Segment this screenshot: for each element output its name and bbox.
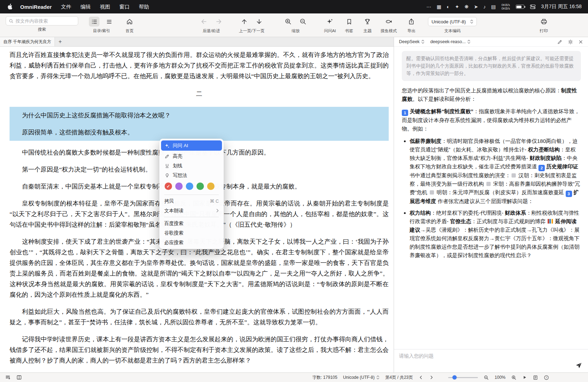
previous-page-button[interactable] <box>239 17 250 27</box>
app-window: OmniReader 文件编辑视图窗口帮助 ⋯▦◐✦❋➤♪▤ 0KB/s 0KB… <box>0 0 588 382</box>
annotation-color-dot[interactable]: ✓ <box>165 183 172 190</box>
context-search-items: 百度搜索谷歌搜索必应搜索 <box>161 219 222 247</box>
app-icon-music[interactable]: ♪ <box>483 4 486 10</box>
ask-ai-label: 问问AI <box>324 28 336 34</box>
print-button[interactable] <box>538 17 549 27</box>
menubar-menu[interactable]: 文件 <box>61 4 71 10</box>
app-icon-ai[interactable]: ❋ <box>464 4 469 10</box>
new-chat-icon[interactable] <box>557 39 563 45</box>
page-back-icon[interactable] <box>418 375 423 380</box>
app-name[interactable]: OmniReader <box>20 4 52 10</box>
add-tab-button[interactable]: + <box>55 37 65 46</box>
context-menu: 问问 AI 高亮 划线 <box>159 139 224 249</box>
search-input[interactable] <box>16 18 78 24</box>
content-search-box[interactable] <box>6 16 78 25</box>
context-speech-label: 文本朗读 <box>164 208 183 214</box>
auto-read-play-icon[interactable] <box>522 375 527 380</box>
fish-mode-label: 摸鱼模式 <box>381 28 397 34</box>
reasoning-quote: 醒。需要确认回答结构是否清晰，分点解释，然后提供扩展建议。可能还需要提到书中提到… <box>402 51 581 81</box>
chevron-up-down-icon <box>470 19 473 24</box>
battery-icon[interactable] <box>516 5 524 9</box>
status-bar: 字数: 179105 Unicode (UTF-8) 第4页 / 共23页 10… <box>0 372 588 382</box>
export-label: 导出 <box>407 28 416 34</box>
statusbar-encoding-dropdown[interactable]: Unicode (UTF-8) <box>343 375 379 380</box>
menubar-menu[interactable]: 窗口 <box>119 4 130 10</box>
next-page-button[interactable] <box>254 17 264 27</box>
toc-button[interactable] <box>89 17 99 27</box>
context-copy-item[interactable]: 拷贝 ⌘ C <box>161 196 222 206</box>
underline-icon <box>164 163 170 168</box>
forward-button[interactable] <box>213 17 224 27</box>
apple-menu-icon[interactable] <box>7 4 12 10</box>
toolbar-group-history: 后退/前进 <box>199 16 224 34</box>
page-forward-icon[interactable] <box>429 375 434 380</box>
ai-question-input[interactable] <box>399 353 555 369</box>
toolbar-group-encoding: Unicode (UTF-8) 文本编码 <box>428 16 477 34</box>
home-button[interactable] <box>124 17 135 27</box>
more-icon[interactable]: ⋯ <box>426 4 431 10</box>
menubar-status-icons: ⋯▦◐✦❋➤♪▤ <box>426 4 496 10</box>
screen-mirror-icon[interactable]: ▦ <box>436 4 441 10</box>
menubar-menu[interactable]: 编辑 <box>80 4 91 10</box>
tab-active[interactable]: 自序 千年顽疾为何无良方 <box>0 37 55 46</box>
back-button[interactable] <box>199 17 209 27</box>
menu-separator <box>164 195 219 195</box>
toolbar-group-ask-ai: 问问AI <box>324 16 336 34</box>
context-write-thought-item[interactable]: 写想法 <box>161 170 222 180</box>
thumbnail-panel-icon[interactable] <box>533 375 538 380</box>
provider-dropdown[interactable]: DeepSeek <box>399 39 424 44</box>
annotation-color-dot[interactable] <box>207 183 215 190</box>
doc-paragraph: 记得我中学时读世界历史，课本上有一段是讲西方资本主义是怎么发展起来的，说因为欧洲… <box>10 334 389 366</box>
menubar-clock[interactable]: 3月7日 周五 16:58 <box>541 4 582 10</box>
context-underline-label: 划线 <box>173 163 182 169</box>
zoom-out-button[interactable] <box>298 17 308 27</box>
reading-mode-icon[interactable] <box>16 375 22 380</box>
bookmark-button[interactable] <box>344 17 354 27</box>
ai-bullet-list: 低薪养廉制度：明清时期官员俸禄极低（一品官年俸仅180两白银），迫使官员通过“陋… <box>410 137 581 260</box>
export-button[interactable] <box>406 17 417 27</box>
theme-button[interactable] <box>362 17 373 27</box>
menubar-menu[interactable]: 帮助 <box>139 4 149 10</box>
ai-conversation[interactable]: 醒。需要确认回答结构是否清晰，分点解释，然后提供扩展建议。可能还需要提到书中提到… <box>394 47 588 349</box>
network-speed-indicator[interactable]: 0KB/s 0KB/s <box>502 3 510 10</box>
ai-panel-header: DeepSeek deepseek-reaso... <box>394 37 588 47</box>
context-speech-item[interactable]: 文本朗读 <box>161 206 222 215</box>
statusbar-zoom-in-icon[interactable] <box>511 375 516 380</box>
help-icon[interactable]: ? <box>544 375 549 380</box>
ask-ai-button[interactable] <box>325 17 335 27</box>
zoom-slider-knob[interactable] <box>452 375 457 380</box>
highlighter-icon <box>164 154 170 159</box>
encoding-value: Unicode (UTF-8) <box>432 19 466 24</box>
annotation-color-dot[interactable] <box>186 183 193 190</box>
encoding-dropdown[interactable]: Unicode (UTF-8) <box>428 17 477 26</box>
app-icon-messenger[interactable]: ➤ <box>474 4 478 10</box>
control-center-icon[interactable] <box>530 4 536 9</box>
index-button[interactable] <box>104 17 114 27</box>
annotation-color-dot[interactable] <box>196 183 204 190</box>
toolbar-group-print: 打印 <box>538 16 549 34</box>
statusbar-zoom-out-icon[interactable] <box>484 375 489 380</box>
app-icon-stats[interactable]: ▤ <box>491 4 496 10</box>
network-down: 0KB/s <box>502 7 510 10</box>
menubar: OmniReader 文件编辑视图窗口帮助 ⋯▦◐✦❋➤♪▤ 0KB/s 0KB… <box>0 0 588 13</box>
context-ask-ai-item[interactable]: 问问 AI <box>161 140 222 151</box>
menubar-menu[interactable]: 视图 <box>100 4 110 10</box>
encoding-label: 文本编码 <box>444 28 461 34</box>
app-icon-launcher[interactable]: ✦ <box>455 4 459 10</box>
fish-mode-button[interactable] <box>383 17 394 27</box>
context-web-search-item[interactable]: 必应搜索 <box>161 238 222 247</box>
context-web-search-item[interactable]: 谷歌搜索 <box>161 228 222 238</box>
zoom-in-button[interactable] <box>283 17 293 27</box>
context-web-search-item[interactable]: 百度搜索 <box>161 219 222 228</box>
zoom-slider[interactable] <box>448 377 478 378</box>
app-icon-assistant[interactable]: ◐ <box>447 4 450 10</box>
doc-paragraph-selected: 为什么中国历史上这些反腐措施不能取得治本之效呢？ <box>10 107 389 124</box>
send-button[interactable] <box>575 362 582 369</box>
annotation-color-dot[interactable] <box>175 183 183 190</box>
close-panel-icon[interactable] <box>578 40 583 44</box>
context-highlight-item[interactable]: 高亮 <box>161 151 222 161</box>
settings-gear-icon[interactable] <box>568 39 573 45</box>
model-dropdown[interactable]: deepseek-reaso... <box>430 39 470 44</box>
auto-scroll-icon[interactable] <box>5 375 11 380</box>
context-underline-item[interactable]: 划线 <box>161 161 222 170</box>
